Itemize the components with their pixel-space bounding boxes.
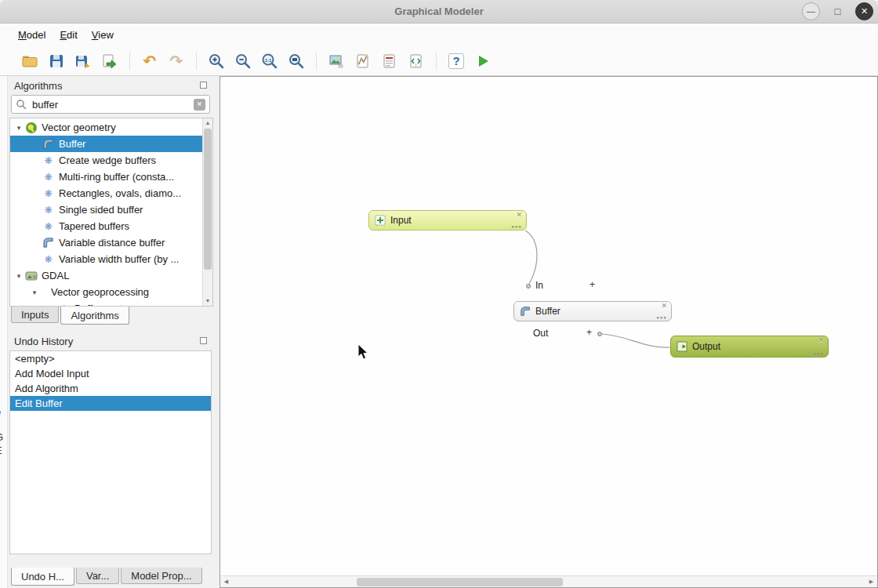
tree-item-vector-geoprocessing[interactable]: ▾ Vector geoprocessing — [10, 284, 202, 300]
tree-item-rectangles-ovals[interactable]: ❋ Rectangles, ovals, diamo... — [10, 185, 202, 201]
undo-history-title-label: Undo History — [14, 336, 73, 347]
clear-search-icon[interactable]: ✕ — [194, 99, 205, 111]
in-socket[interactable] — [526, 284, 531, 289]
node-options-icon[interactable]: ●●● — [813, 351, 824, 356]
undo-item-add-model-input[interactable]: Add Model Input — [10, 366, 211, 381]
undo-item-empty[interactable]: <empty> — [10, 351, 211, 366]
tree-item-buffer[interactable]: Buffer — [10, 136, 202, 152]
model-canvas[interactable]: Input ✕ ●●● In + Buffer ✕ ●●● Out + — [220, 76, 878, 588]
tree-item-buffer-vectors[interactable]: ❋ Buffer vectors — [10, 300, 202, 307]
connection-curves — [220, 77, 877, 587]
tree-item-label: GDAL — [42, 270, 69, 281]
algorithm-icon: ❋ — [57, 303, 71, 307]
export-image-button[interactable] — [325, 50, 347, 72]
algorithm-icon: ❋ — [42, 204, 55, 216]
float-panel-icon[interactable] — [200, 337, 207, 344]
zoom-out-button[interactable] — [232, 50, 254, 72]
tree-item-single-sided-buffer[interactable]: ❋ Single sided buffer — [10, 201, 202, 218]
float-panel-icon[interactable] — [200, 82, 207, 89]
delete-node-icon[interactable]: ✕ — [661, 302, 667, 310]
export-pdf-icon — [381, 53, 398, 70]
tree-item-label: Vector geometry — [42, 122, 116, 133]
algorithm-icon: ❋ — [42, 220, 55, 233]
node-options-icon[interactable]: ●●● — [656, 315, 667, 320]
menu-model[interactable]: Model — [11, 26, 53, 44]
in-port-label: In — [535, 280, 543, 291]
menu-view[interactable]: View — [85, 26, 121, 44]
tab-inputs[interactable]: Inputs — [11, 307, 59, 323]
zoom-actual-button[interactable]: 1:1 — [259, 50, 281, 72]
undo-item-add-algorithm[interactable]: Add Algorithm — [10, 381, 211, 396]
tree-item-vector-geometry[interactable]: ▾ Vector geometry — [10, 119, 202, 136]
undo-item-edit-buffer[interactable]: Edit Buffer — [10, 396, 211, 411]
delete-node-icon[interactable]: ✕ — [818, 336, 824, 344]
tree-scrollbar[interactable]: ▲ ▼ — [202, 118, 212, 306]
clipped-letter: G — [0, 431, 3, 443]
tab-algorithms[interactable]: Algorithms — [60, 307, 129, 325]
tree-item-label: Variable width buffer (by ... — [59, 253, 179, 265]
export-svg-button[interactable] — [352, 50, 374, 72]
save-as-icon — [74, 53, 92, 70]
clipped-letter: e — [0, 406, 1, 418]
menu-edit[interactable]: Edit — [53, 26, 84, 44]
algorithm-search-box: ✕ — [11, 95, 210, 114]
clipped-letter: E — [0, 445, 2, 456]
save-model-button[interactable] — [45, 50, 67, 72]
model-node-output[interactable]: Output ✕ ●●● — [670, 336, 829, 358]
expand-arrow-icon[interactable]: ▾ — [13, 124, 24, 132]
expand-arrow-icon[interactable]: ▾ — [13, 272, 24, 280]
tab-undo-history[interactable]: Undo H... — [11, 568, 74, 586]
redo-button[interactable]: ↷ — [165, 50, 187, 72]
tree-item-label: Create wedge buffers — [59, 154, 156, 166]
maximize-button[interactable]: □ — [829, 2, 847, 20]
out-socket[interactable] — [597, 332, 602, 336]
export-script-button[interactable] — [405, 50, 427, 72]
qgis-provider-icon — [24, 122, 38, 134]
save-in-project-button[interactable] — [99, 50, 121, 72]
help-button[interactable]: ? — [445, 50, 467, 72]
open-model-button[interactable] — [19, 50, 41, 72]
tab-model-properties[interactable]: Model Prop... — [121, 568, 201, 584]
tree-item-tapered-buffers[interactable]: ❋ Tapered buffers — [10, 218, 202, 234]
scroll-up-icon[interactable]: ▲ — [203, 118, 212, 128]
save-model-as-button[interactable] — [72, 50, 94, 72]
graphical-modeler-window: Graphical Modeler — □ ✕ Model Edit View — [0, 0, 878, 588]
out-port-expand[interactable]: + — [586, 327, 592, 338]
canvas-hscrollbar[interactable]: ◀ ▶ — [220, 575, 877, 587]
menubar: Model Edit View — [0, 24, 878, 46]
scroll-down-icon[interactable]: ▼ — [203, 296, 212, 306]
zoom-full-button[interactable] — [285, 50, 307, 72]
input-plus-icon — [375, 215, 386, 226]
model-node-input[interactable]: Input ✕ ●●● — [368, 210, 527, 230]
node-options-icon[interactable]: ●●● — [511, 224, 522, 229]
algorithms-panel-title-label: Algorithms — [14, 80, 62, 92]
zoom-in-icon — [208, 53, 225, 70]
in-port-expand[interactable]: + — [590, 279, 595, 290]
tree-item-variable-width-buffer[interactable]: ❋ Variable width buffer (by ... — [10, 251, 202, 267]
tree-item-multi-ring-buffer[interactable]: ❋ Multi-ring buffer (consta... — [10, 169, 202, 185]
model-node-buffer[interactable]: Buffer ✕ ●●● — [513, 301, 672, 321]
delete-node-icon[interactable]: ✕ — [516, 211, 522, 219]
tree-scrollbar-thumb[interactable] — [204, 129, 212, 270]
export-pdf-button[interactable] — [379, 50, 401, 72]
tab-variables[interactable]: Var... — [76, 568, 119, 584]
undo-button[interactable]: ↶ — [139, 50, 161, 72]
buffer-algorithm-icon — [42, 138, 55, 151]
run-model-button[interactable] — [472, 50, 494, 72]
zoom-in-button[interactable] — [205, 50, 227, 72]
redo-icon: ↷ — [170, 53, 183, 69]
scroll-left-icon[interactable]: ◀ — [220, 576, 232, 587]
scroll-right-icon[interactable]: ▶ — [865, 576, 877, 587]
algorithms-dock-tabs: Inputs Algorithms — [8, 307, 213, 327]
canvas-hscrollbar-thumb[interactable] — [357, 578, 563, 586]
close-button[interactable]: ✕ — [855, 2, 873, 20]
minimize-button[interactable]: — — [802, 2, 820, 20]
tree-item-gdal[interactable]: ▾ G GDAL — [10, 267, 202, 284]
panel-splitter[interactable] — [213, 76, 220, 588]
search-input[interactable] — [31, 98, 190, 111]
tree-item-variable-distance-buffer[interactable]: Variable distance buffer — [10, 234, 202, 251]
buffer-algorithm-icon — [42, 237, 55, 249]
expand-arrow-icon[interactable]: ▾ — [29, 289, 40, 296]
tree-item-create-wedge-buffers[interactable]: ❋ Create wedge buffers — [10, 152, 202, 169]
menu-model-rest: odel — [27, 29, 46, 41]
